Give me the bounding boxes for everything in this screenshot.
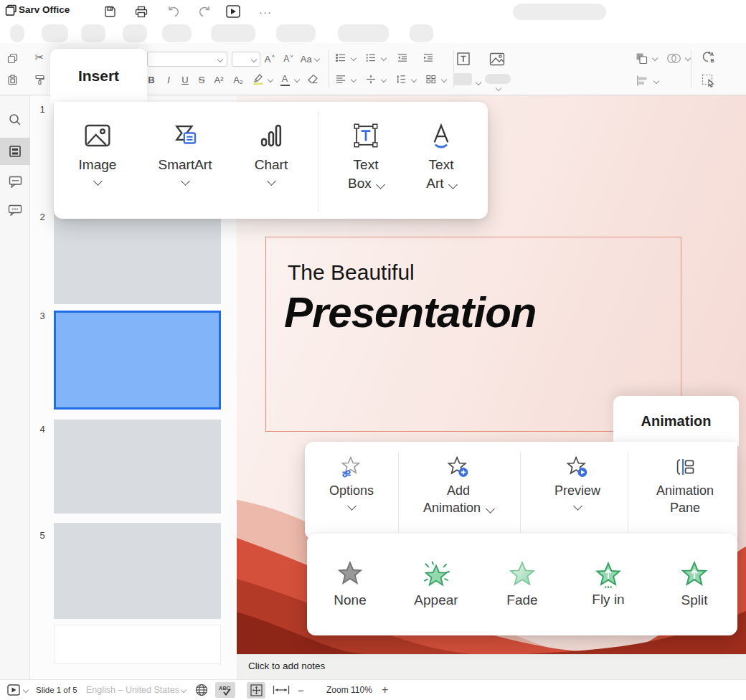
bullet-list-dropdown[interactable] xyxy=(350,55,357,62)
increase-indent-button[interactable] xyxy=(422,52,435,63)
format-painter-button[interactable] xyxy=(33,73,46,86)
decrease-indent-button[interactable] xyxy=(396,52,409,63)
textbox-preview-placeholder xyxy=(453,73,472,85)
highlight-color-button[interactable] xyxy=(251,72,265,86)
more-options-button[interactable]: ··· xyxy=(257,3,274,20)
insert-tab[interactable]: Insert xyxy=(50,49,147,103)
superscript-button[interactable]: A² xyxy=(214,75,224,85)
align-objects-dropdown[interactable] xyxy=(653,77,660,85)
strikethrough-button[interactable]: S xyxy=(199,75,205,85)
animation-tab[interactable]: Animation xyxy=(613,396,739,446)
columns-dropdown[interactable] xyxy=(440,76,448,83)
slide-thumbnail-partial[interactable] xyxy=(54,625,221,664)
line-spacing-button[interactable] xyxy=(395,73,407,85)
undo-button[interactable] xyxy=(165,3,182,20)
animation-options-button[interactable]: Options xyxy=(322,456,381,509)
animation-appear-button[interactable]: Appear xyxy=(393,534,479,635)
select-button[interactable] xyxy=(699,72,717,89)
zoom-out-button[interactable]: − xyxy=(298,680,304,700)
ribbon-tab-placeholder xyxy=(10,24,24,42)
arrange-button[interactable] xyxy=(633,50,650,66)
insert-chart-item[interactable]: Chart xyxy=(245,120,298,184)
align-text-button[interactable] xyxy=(334,73,347,85)
start-slideshow-button[interactable] xyxy=(7,680,20,700)
insert-textbox-item[interactable]: Text Box xyxy=(341,120,391,192)
clear-formatting-button[interactable] xyxy=(306,72,320,86)
change-case-button[interactable]: Aa xyxy=(299,52,321,66)
replace-button[interactable]: AB xyxy=(699,49,717,66)
animation-preview-button[interactable]: Preview xyxy=(549,456,606,509)
slideshow-icon xyxy=(7,684,20,696)
arrange-dropdown[interactable] xyxy=(651,55,658,62)
numbered-list-dropdown[interactable] xyxy=(380,55,387,62)
italic-button[interactable]: I xyxy=(167,75,170,85)
align-text-dropdown[interactable] xyxy=(350,76,357,83)
animation-fade-button[interactable]: Fade xyxy=(479,534,565,635)
language-dropdown[interactable] xyxy=(181,680,186,700)
insert-textart-item[interactable]: Text Art xyxy=(416,120,466,192)
merge-shapes-button[interactable] xyxy=(664,50,683,66)
bullet-list-button[interactable] xyxy=(334,52,347,63)
subscript-button[interactable]: A₂ xyxy=(233,75,243,85)
columns-button[interactable] xyxy=(425,73,438,85)
notes-button[interactable] xyxy=(0,200,30,220)
font-color-dropdown[interactable] xyxy=(293,76,301,83)
slide-thumbnail-4[interactable] xyxy=(54,420,221,514)
animation-pane-icon xyxy=(674,456,696,478)
underline-button[interactable]: U xyxy=(181,75,188,85)
animation-fly-in-label: Fly in xyxy=(592,592,624,607)
copy-button[interactable] xyxy=(6,52,19,65)
font-name-select[interactable] xyxy=(147,52,227,67)
slide-thumbnail-5[interactable] xyxy=(54,523,221,619)
insert-smartart-item[interactable]: SmartArt xyxy=(151,120,219,184)
slide-title-line1: The Beautiful xyxy=(288,260,415,285)
cut-button[interactable]: ✂ xyxy=(32,50,47,65)
title-bar: Sarv Office ··· xyxy=(0,0,746,23)
ribbon-tab-placeholder xyxy=(162,24,192,42)
slide-thumbnail-3-selected[interactable] xyxy=(54,311,221,410)
notes-area[interactable]: Click to add notes xyxy=(237,654,746,679)
language-selector[interactable]: English – United States xyxy=(86,680,179,700)
vertical-align-button[interactable] xyxy=(364,73,377,85)
grow-font-button[interactable]: A˄ xyxy=(263,52,277,66)
spell-check-button[interactable]: ABC xyxy=(215,682,235,698)
insert-panel: Image SmartArt Chart Text Box Text Art xyxy=(54,102,488,219)
shrink-font-button[interactable]: A˅ xyxy=(281,52,296,66)
animation-pane-button[interactable]: Animation Pane xyxy=(648,456,722,517)
insert-textbox-dropdown[interactable] xyxy=(475,79,482,86)
font-color-button[interactable]: A xyxy=(278,72,291,86)
search-button[interactable] xyxy=(0,110,30,130)
insert-image-item[interactable]: Image xyxy=(68,120,127,184)
present-button[interactable] xyxy=(225,3,242,20)
save-button[interactable] xyxy=(101,3,118,20)
fit-slide-button[interactable] xyxy=(247,682,265,699)
add-animation-button[interactable]: Add Animation xyxy=(416,456,501,517)
numbered-list-button[interactable] xyxy=(364,52,377,63)
print-button[interactable] xyxy=(133,3,150,20)
bold-button[interactable]: B xyxy=(148,75,154,85)
paste-button[interactable] xyxy=(6,73,19,86)
language-globe-button[interactable] xyxy=(195,680,208,700)
insert-textbox-button[interactable] xyxy=(455,50,472,67)
align-objects-button[interactable] xyxy=(634,73,650,88)
account-area-placeholder xyxy=(513,4,606,20)
insert-image-button[interactable] xyxy=(488,50,506,67)
highlight-color-dropdown[interactable] xyxy=(267,76,274,83)
slide-thumbnail-2[interactable] xyxy=(54,210,221,304)
slides-panel-button[interactable] xyxy=(0,141,30,161)
animation-split-button[interactable]: Split xyxy=(651,534,737,635)
font-size-select[interactable] xyxy=(232,52,260,67)
comments-button[interactable] xyxy=(0,171,30,191)
line-spacing-dropdown[interactable] xyxy=(410,76,417,83)
chevron-down-icon xyxy=(376,180,385,189)
animation-fly-in-button[interactable]: Fly in xyxy=(565,534,651,635)
vertical-align-dropdown[interactable] xyxy=(380,76,387,83)
animation-none-button[interactable]: None xyxy=(307,534,393,635)
fit-width-button[interactable] xyxy=(273,680,290,700)
redo-button[interactable] xyxy=(196,3,213,20)
notes-icon xyxy=(8,204,22,216)
insert-image-dropdown[interactable] xyxy=(495,85,502,91)
zoom-in-button[interactable]: + xyxy=(382,680,388,700)
animation-pane-label: Animation Pane xyxy=(656,483,714,515)
slideshow-dropdown[interactable] xyxy=(24,680,28,700)
